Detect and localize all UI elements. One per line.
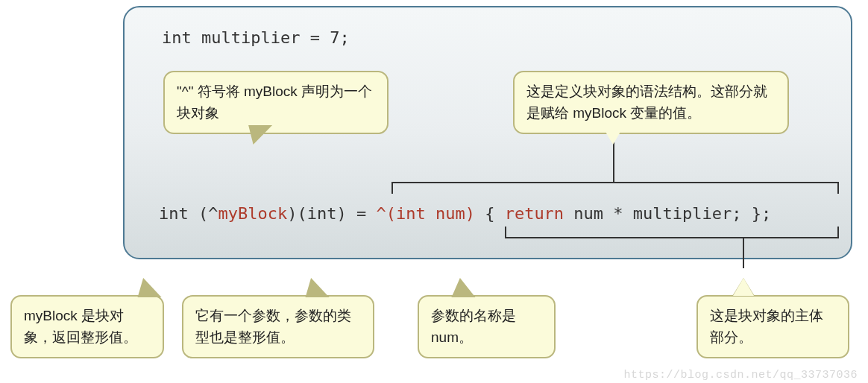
top-bracket [391,182,839,194]
t3: { [475,204,505,223]
t1: int (^ [159,204,218,223]
code-line-2: int (^myBlock)(int) = ^(int num) { retur… [159,204,771,223]
callout-return-text: myBlock 是块对象，返回整形值。 [24,308,137,345]
bottom-bracket [505,227,839,238]
callout-paramtype: 它有一个参数，参数的类型也是整形值。 [182,295,374,358]
callout-paramname-text: 参数的名称是 num。 [431,308,516,345]
block-name: myBlock [218,204,287,223]
callout-caret: "^" 符号将 myBlock 声明为一个块对象 [163,71,389,134]
t2: )(int) = [287,204,376,223]
callout-paramname-tail [450,278,474,296]
t4: num * multiplier; }; [564,204,771,223]
callout-syntax-text: 这是定义块对象的语法结构。这部分就是赋给 myBlock 变量的值。 [526,83,767,121]
callout-caret-text: "^" 符号将 myBlock 声明为一个块对象 [177,83,372,121]
watermark: https://blog.csdn.net/qq_33737036 [623,369,858,382]
callout-caret-tail [243,127,271,145]
callout-syntax: 这是定义块对象的语法结构。这部分就是赋给 myBlock 变量的值。 [513,71,789,134]
callout-paramtype-text: 它有一个参数，参数的类型也是整形值。 [195,308,351,345]
callout-body-text: 这是块对象的主体部分。 [710,308,823,345]
callout-return: myBlock 是块对象，返回整形值。 [10,295,164,358]
callout-return-tail [133,278,160,296]
code-line-1: int multiplier = 7; [162,28,350,47]
callout-syntax-tail [603,127,623,145]
callout-paramname: 参数的名称是 num。 [418,295,556,358]
callout-body-tail [733,278,754,296]
callout-paramtype-tail [301,278,327,296]
return-kw: return [505,204,564,223]
bottom-bracket-stem [743,237,744,268]
callout-body: 这是块对象的主体部分。 [696,295,849,358]
params-literal: (int num) [386,204,475,223]
caret-literal: ^ [376,204,386,223]
